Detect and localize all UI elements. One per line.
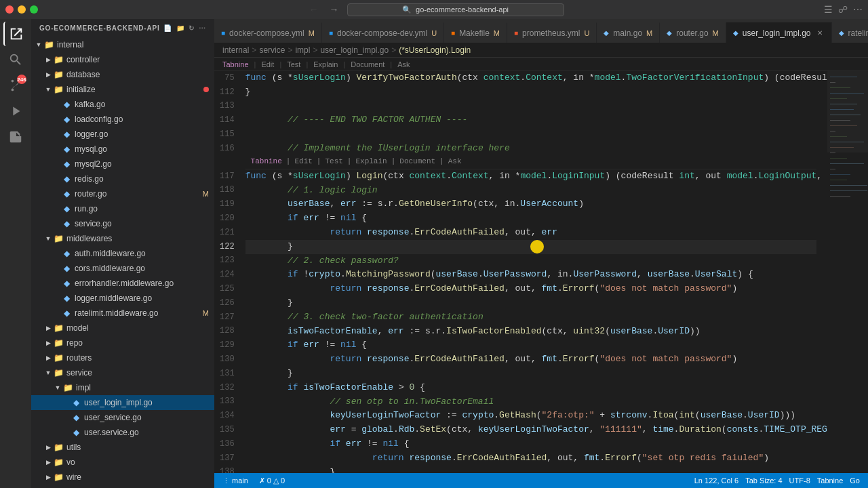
- breadcrumb-file[interactable]: user_login_impl.go: [320, 45, 389, 55]
- status-encoding[interactable]: UTF-8: [787, 476, 813, 485]
- minimize-button[interactable]: [18, 5, 26, 14]
- tree-folder-internal[interactable]: ▼ 📁 internal: [31, 37, 214, 52]
- tabnine-document-1[interactable]: Document: [351, 60, 384, 68]
- tree-file-error-middleware[interactable]: ◆ errorhandler.middleware.go: [31, 276, 214, 291]
- breadcrumb-impl[interactable]: impl: [295, 45, 310, 55]
- refresh-icon[interactable]: ↻: [189, 24, 195, 32]
- maximize-button[interactable]: [30, 5, 38, 14]
- breadcrumb-internal[interactable]: internal: [222, 45, 249, 55]
- collapse-icon[interactable]: ⋯: [199, 24, 206, 32]
- tab-label-main: main.go: [613, 28, 642, 38]
- tree-folder-impl[interactable]: ▼ 📁 impl: [31, 380, 214, 395]
- tab-makefile[interactable]: ■ Makefile M: [444, 22, 507, 43]
- tree-label-initialize: initialize: [66, 85, 96, 94]
- folder-icon-middlewares: 📁: [53, 234, 64, 243]
- tree-file-mysql2[interactable]: ◆ mysql2.go: [31, 157, 214, 171]
- tree-file-redis[interactable]: ◆ redis.go: [31, 171, 214, 186]
- tab-ratelimit[interactable]: ◆ ratelimit.m...: [832, 22, 868, 43]
- tree-arrow-database: ▶: [43, 71, 53, 78]
- tabnine-label-1: Tabnine: [222, 60, 249, 68]
- breadcrumb-service[interactable]: service: [259, 45, 285, 55]
- folder-icon-wire: 📁: [53, 472, 64, 482]
- status-branch[interactable]: ⋮ main: [220, 473, 251, 488]
- tree-folder-controller[interactable]: ▶ 📁 controller: [31, 52, 214, 67]
- tree-file-ratelimit-middleware[interactable]: ◆ ratelimit.middleware.go M: [31, 306, 214, 321]
- tabnine-inline-test[interactable]: Test: [325, 156, 342, 168]
- status-position-label: Ln 122, Col 6: [694, 476, 738, 485]
- tabnine-inline-document[interactable]: Document: [399, 156, 435, 168]
- tree-file-logger[interactable]: ◆ logger.go: [31, 127, 214, 142]
- tabnine-inline-edit[interactable]: Edit: [294, 156, 312, 168]
- tabnine-inline-label: Tabnine: [251, 156, 282, 168]
- tree-label-routers: routers: [66, 353, 92, 363]
- search-icon[interactable]: [3, 47, 28, 72]
- tree-folder-routers[interactable]: ▶ 📁 routers: [31, 350, 214, 365]
- source-control-icon[interactable]: 246: [3, 73, 28, 98]
- tab-docker-compose-dev-yml[interactable]: ■ docker-compose-dev.yml U: [322, 22, 444, 43]
- tree-file-user-service[interactable]: ◆ user_service.go: [31, 410, 214, 425]
- code-line-122: }: [245, 240, 816, 254]
- code-line-75: func (s *sUserLogin) VerifyTwoFactorAuth…: [245, 71, 816, 85]
- tree-folder-wire[interactable]: ▶ 📁 wire: [31, 470, 214, 485]
- tabnine-test-1[interactable]: Test: [287, 60, 300, 68]
- split-icon[interactable]: ☍: [838, 4, 848, 15]
- layout-icon[interactable]: ☰: [824, 4, 833, 15]
- tab-router-go[interactable]: ◆ router.go M: [660, 22, 726, 43]
- tree-file-cors-middleware[interactable]: ◆ cors.middleware.go: [31, 261, 214, 276]
- back-button[interactable]: ←: [307, 3, 321, 16]
- status-tabsize[interactable]: Tab Size: 4: [743, 476, 785, 485]
- run-icon[interactable]: [3, 99, 28, 123]
- tree-folder-middlewares[interactable]: ▼ 📁 middlewares: [31, 231, 214, 246]
- tree-file-loadconfig[interactable]: ◆ loadconfig.go: [31, 112, 214, 127]
- ln-129: 129: [220, 338, 235, 352]
- status-language[interactable]: Tabnine: [814, 476, 846, 485]
- tree-folder-database[interactable]: ▶ 📁 database: [31, 67, 214, 82]
- tree-file-kafka[interactable]: ◆ kafka.go: [31, 97, 214, 112]
- status-go[interactable]: Go: [847, 476, 863, 485]
- tree-file-auth-middleware[interactable]: ◆ auth.middleware.go: [31, 246, 214, 261]
- sidebar: GO-ECOMMERCE-BACKEND-API 📄 📁 ↻ ⋯ ▼ 📁 int…: [31, 19, 214, 488]
- tree-folder-initialize[interactable]: ▼ 📁 initialize: [31, 82, 214, 97]
- tabnine-explain-1[interactable]: Explain: [313, 60, 338, 68]
- explorer-icon[interactable]: [3, 22, 28, 46]
- tree-folder-vo[interactable]: ▶ 📁 vo: [31, 455, 214, 470]
- tab-icon-docker1: ■: [221, 29, 225, 37]
- tree-folder-kafka[interactable]: ▶ 📁 kafka: [31, 485, 214, 488]
- tree-arrow-internal: ▼: [34, 41, 43, 48]
- tab-user-login-impl[interactable]: ◆ user_login_impl.go ✕: [726, 22, 832, 43]
- status-errors[interactable]: ✗ 0 △ 0: [256, 473, 288, 488]
- tabnine-edit-1[interactable]: Edit: [261, 60, 274, 68]
- tab-docker-compose-yml[interactable]: ■ docker-compose.yml M: [214, 22, 322, 43]
- close-button[interactable]: [5, 5, 14, 14]
- ln-128: 128: [220, 325, 235, 339]
- tabnine-inline-explain[interactable]: Explain: [355, 156, 387, 168]
- tab-prometheus-yml[interactable]: ■ prometheus.yml U: [507, 22, 597, 43]
- status-position[interactable]: Ln 122, Col 6: [692, 476, 741, 485]
- new-folder-icon[interactable]: 📁: [176, 24, 185, 32]
- main-layout: 246 GO-ECOMMERCE-BACKEND-API 📄 📁 ↻ ⋯ ▼ 📁…: [0, 19, 868, 488]
- new-file-icon[interactable]: 📄: [163, 24, 172, 32]
- tree-file-service[interactable]: ◆ service.go: [31, 216, 214, 231]
- tree-file-user-login-impl[interactable]: ◆ user_login_impl.go: [31, 395, 214, 410]
- minimap: [827, 71, 868, 473]
- tree-folder-service[interactable]: ▼ 📁 service: [31, 365, 214, 380]
- tree-file-router[interactable]: ◆ router.go M: [31, 186, 214, 201]
- tree-folder-utils[interactable]: ▶ 📁 utils: [31, 440, 214, 455]
- tree-file-mysql[interactable]: ◆ mysql.go: [31, 142, 214, 157]
- tab-main-go[interactable]: ◆ main.go M: [597, 22, 660, 43]
- tabnine-inline-ask[interactable]: Ask: [448, 156, 462, 168]
- tab-close-user-login[interactable]: ✕: [815, 29, 825, 37]
- code-editor[interactable]: 75 112 113 114 115 116 117 118 119 120 1…: [214, 71, 868, 473]
- breadcrumb-function[interactable]: (*sUserLogin).Login: [399, 45, 471, 55]
- extensions-icon[interactable]: [3, 125, 28, 149]
- tree-file-user-service2[interactable]: ◆ user.service.go: [31, 425, 214, 440]
- tree-folder-repo[interactable]: ▶ 📁 repo: [31, 336, 214, 350]
- tabnine-ask-1[interactable]: Ask: [397, 60, 410, 68]
- forward-button[interactable]: →: [327, 3, 342, 16]
- tree-folder-model[interactable]: ▶ 📁 model: [31, 321, 214, 336]
- tree-file-logger-middleware[interactable]: ◆ logger.middleware.go: [31, 291, 214, 306]
- tree-arrow-vo: ▶: [43, 459, 53, 466]
- go-icon-kafka: ◆: [61, 100, 72, 109]
- tree-file-run[interactable]: ◆ run.go: [31, 201, 214, 216]
- more-icon[interactable]: ⋯: [853, 4, 863, 15]
